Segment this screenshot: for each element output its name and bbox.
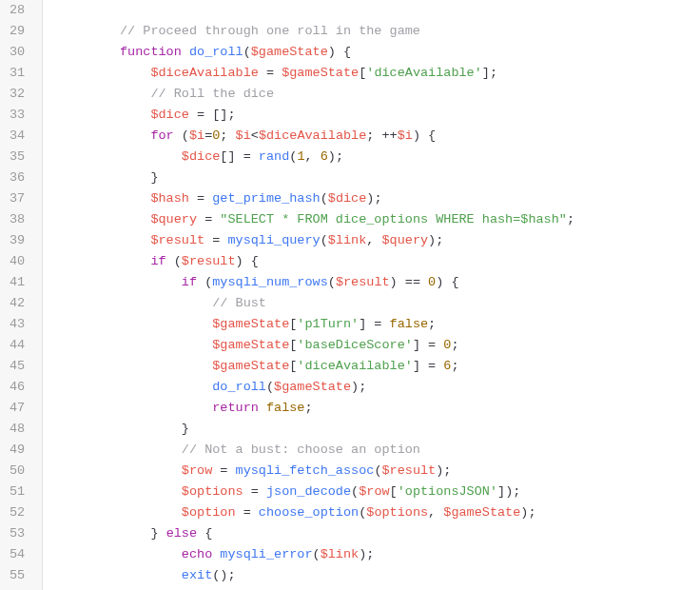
code-line: exit(); <box>58 565 700 586</box>
line-number: 36 <box>10 167 25 188</box>
code-line: echo mysqli_error($link); <box>58 544 700 565</box>
code-line: $query = "SELECT * FROM dice_options WHE… <box>58 209 700 230</box>
code-content: $options = json_decode($row['optionsJSON… <box>182 482 521 502</box>
line-number: 55 <box>10 565 25 586</box>
code-content: $gameState['p1Turn'] = false; <box>212 314 436 335</box>
code-line: $diceAvailable = $gameState['diceAvailab… <box>58 63 700 84</box>
line-number: 49 <box>10 440 25 461</box>
code-content: } <box>150 586 158 590</box>
code-content: $gameState['diceAvailable'] = 6; <box>212 356 458 377</box>
code-content: // Roll the dice <box>150 84 274 105</box>
line-number: 33 <box>10 105 25 126</box>
line-number: 40 <box>10 251 25 272</box>
line-number: 50 <box>10 461 25 482</box>
code-line: $gameState['p1Turn'] = false; <box>58 314 700 335</box>
code-content: function do_roll($gameState) { <box>120 42 351 63</box>
code-line: } else { <box>58 523 700 544</box>
code-line: $dice = []; <box>58 105 700 126</box>
line-number: 37 <box>10 188 25 209</box>
code-content: // Not a bust: choose an option <box>182 440 420 461</box>
line-number: 30 <box>10 42 25 63</box>
line-number: 56 <box>10 586 25 590</box>
code-line: $dice[] = rand(1, 6); <box>58 147 700 167</box>
code-content: for ($i=0; $i<$diceAvailable; ++$i) { <box>150 126 436 147</box>
code-line: // Bust <box>58 293 700 314</box>
code-line: // Roll the dice <box>58 84 700 105</box>
line-number-gutter: 2829303132333435363738394041424344454647… <box>0 0 43 590</box>
code-line: } <box>58 419 700 440</box>
code-line: return false; <box>58 398 700 419</box>
code-content: $result = mysqli_query($link, $query); <box>150 230 443 251</box>
code-content: if (mysqli_num_rows($result) == 0) { <box>182 272 459 293</box>
code-content: echo mysqli_error($link); <box>182 544 375 565</box>
line-number: 28 <box>10 0 25 21</box>
code-content: // Proceed through one roll in the game <box>120 21 420 42</box>
code-content: $dice = []; <box>150 105 235 126</box>
code-content: // Bust <box>212 293 266 314</box>
line-number: 31 <box>10 63 25 84</box>
code-line: $options = json_decode($row['optionsJSON… <box>58 482 700 502</box>
code-content: } else { <box>150 523 212 544</box>
line-number: 29 <box>10 21 25 42</box>
code-area: // Proceed through one roll in the game … <box>43 0 700 590</box>
code-content: $diceAvailable = $gameState['diceAvailab… <box>150 63 497 84</box>
code-content: exit(); <box>182 565 236 586</box>
code-content: $hash = get_prime_hash($dice); <box>150 188 381 209</box>
line-number: 54 <box>10 544 25 565</box>
code-line: $result = mysqli_query($link, $query); <box>58 230 700 251</box>
code-line: if ($result) { <box>58 251 700 272</box>
code-line: } <box>58 586 700 590</box>
line-number: 52 <box>10 502 25 523</box>
code-content: if ($result) { <box>150 251 258 272</box>
line-number: 45 <box>10 356 25 377</box>
code-line: } <box>58 167 700 188</box>
code-line: function do_roll($gameState) { <box>58 42 700 63</box>
code-line: // Not a bust: choose an option <box>58 440 700 461</box>
code-line: $hash = get_prime_hash($dice); <box>58 188 700 209</box>
code-content: do_roll($gameState); <box>212 377 366 398</box>
line-number: 42 <box>10 293 25 314</box>
line-number: 51 <box>10 482 25 502</box>
code-line: $option = choose_option($options, $gameS… <box>58 502 700 523</box>
line-number: 47 <box>10 398 25 419</box>
line-number: 41 <box>10 272 25 293</box>
code-content: } <box>182 419 189 440</box>
line-number: 32 <box>10 84 25 105</box>
line-number: 39 <box>10 230 25 251</box>
line-number: 48 <box>10 419 25 440</box>
code-line <box>58 0 700 21</box>
code-line: do_roll($gameState); <box>58 377 700 398</box>
line-number: 34 <box>10 126 25 147</box>
line-number: 38 <box>10 209 25 230</box>
code-content: return false; <box>212 398 312 419</box>
code-line: $row = mysqli_fetch_assoc($result); <box>58 461 700 482</box>
code-line: $gameState['diceAvailable'] = 6; <box>58 356 700 377</box>
code-line: // Proceed through one roll in the game <box>58 21 700 42</box>
code-line: $gameState['baseDiceScore'] = 0; <box>58 335 700 356</box>
line-number: 44 <box>10 335 25 356</box>
line-number: 43 <box>10 314 25 335</box>
code-content: $dice[] = rand(1, 6); <box>182 147 343 167</box>
line-number: 53 <box>10 523 25 544</box>
line-number: 46 <box>10 377 25 398</box>
code-line: for ($i=0; $i<$diceAvailable; ++$i) { <box>58 126 700 147</box>
code-content: $row = mysqli_fetch_assoc($result); <box>182 461 452 482</box>
line-number: 35 <box>10 147 25 167</box>
code-content: $option = choose_option($options, $gameS… <box>182 502 536 523</box>
code-line: if (mysqli_num_rows($result) == 0) { <box>58 272 700 293</box>
code-content: $query = "SELECT * FROM dice_options WHE… <box>150 209 574 230</box>
code-content: $gameState['baseDiceScore'] = 0; <box>212 335 458 356</box>
code-content: } <box>150 167 158 188</box>
